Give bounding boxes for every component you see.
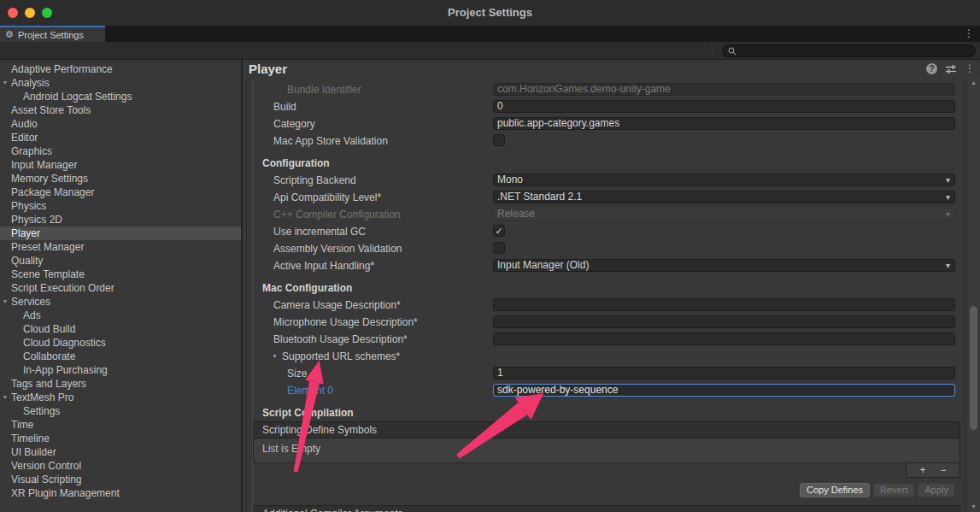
sidebar-item-timeline[interactable]: Timeline xyxy=(0,432,241,445)
sidebar-item-memory-settings[interactable]: Memory Settings xyxy=(0,172,241,185)
text-field[interactable] xyxy=(493,333,955,345)
panel-menu-icon[interactable]: ⋮ xyxy=(965,63,975,74)
sidebar-item-android-logcat-settings[interactable]: Android Logcat Settings xyxy=(0,90,241,103)
settings-row: Build0 xyxy=(243,98,966,115)
scroll-up-arrow-icon[interactable]: ▲ xyxy=(967,79,980,85)
sidebar-item-version-control[interactable]: Version Control xyxy=(0,459,241,473)
sidebar-item-label: Analysis xyxy=(11,77,50,89)
dropdown-field[interactable]: Input Manager (Old)▾ xyxy=(493,259,955,272)
dropdown-field[interactable]: Mono▾ xyxy=(493,174,955,186)
text-field[interactable] xyxy=(493,315,955,328)
sidebar-item-input-manager[interactable]: Input Manager xyxy=(0,158,241,172)
sidebar-item-label: XR Plugin Management xyxy=(11,487,120,499)
sidebar-item-settings[interactable]: Settings xyxy=(0,404,241,418)
sidebar-item-cloud-build[interactable]: Cloud Build xyxy=(0,322,241,336)
text-field-value: public.app-category.games xyxy=(497,117,619,129)
sidebar-item-editor[interactable]: Editor xyxy=(0,131,241,144)
sidebar-item-physics[interactable]: Physics xyxy=(0,199,241,213)
text-field[interactable]: sdk-powered-by-sequence xyxy=(493,384,955,397)
field-label: Use incremental GC xyxy=(273,226,366,238)
field-label: Build xyxy=(273,101,296,113)
search-box[interactable] xyxy=(722,44,976,57)
field-label: Bluetooth Usage Description* xyxy=(273,333,408,345)
sidebar-item-visual-scripting[interactable]: Visual Scripting xyxy=(0,473,241,486)
sidebar-item-analysis[interactable]: ▼Analysis xyxy=(0,76,241,90)
checkbox[interactable] xyxy=(493,134,505,146)
search-input[interactable] xyxy=(736,46,962,56)
text-field[interactable]: 1 xyxy=(493,367,955,380)
settings-row: Use incremental GC✓ xyxy=(243,223,966,240)
text-field[interactable]: 0 xyxy=(493,100,955,113)
sidebar-item-script-execution-order[interactable]: Script Execution Order xyxy=(0,281,241,295)
dropdown-value: Mono xyxy=(497,174,523,185)
sidebar-item-label: Input Manager xyxy=(11,159,77,171)
sidebar-item-ui-builder[interactable]: UI Builder xyxy=(0,445,241,459)
sidebar-item-physics-2d[interactable]: Physics 2D xyxy=(0,213,241,227)
sidebar-item-collaborate[interactable]: Collaborate xyxy=(0,350,241,363)
dropdown-field[interactable]: .NET Standard 2.1▾ xyxy=(493,191,955,203)
text-field[interactable] xyxy=(493,298,955,311)
sidebar-item-label: Visual Scripting xyxy=(11,474,82,486)
sidebar-item-asset-store-tools[interactable]: Asset Store Tools xyxy=(0,103,241,117)
expander-triangle-icon[interactable]: ▼ xyxy=(1,76,9,90)
sidebar-item-label: Version Control xyxy=(11,460,81,472)
list-footer: + − xyxy=(906,463,960,478)
section-header-row: Script Compilation xyxy=(243,404,966,421)
field-label: Bundle Identifier xyxy=(287,84,361,96)
sidebar-item-in-app-purchasing[interactable]: In-App Purchasing xyxy=(0,363,241,377)
settings-row: Categorypublic.app-category.games xyxy=(243,115,966,132)
checkbox[interactable]: ✓ xyxy=(493,225,505,237)
presets-icon[interactable] xyxy=(945,64,957,74)
scrollbar-thumb[interactable] xyxy=(970,306,977,430)
dropdown-value: Input Manager (Old) xyxy=(497,259,589,271)
sidebar-item-time[interactable]: Time xyxy=(0,418,241,432)
help-icon[interactable]: ? xyxy=(926,63,937,74)
dropdown-value: .NET Standard 2.1 xyxy=(497,191,582,203)
add-item-button[interactable]: + xyxy=(919,465,925,476)
sidebar-item-xr-plugin-management[interactable]: XR Plugin Management xyxy=(0,486,241,500)
revert-button: Revert xyxy=(873,483,914,497)
chevron-down-icon: ▾ xyxy=(946,260,950,271)
sidebar-item-label: Asset Store Tools xyxy=(11,104,91,116)
foldout-triangle-icon[interactable]: ▼ xyxy=(272,353,278,359)
sidebar-item-quality[interactable]: Quality xyxy=(0,254,241,268)
sidebar-item-services[interactable]: ▼Services xyxy=(0,295,241,309)
sidebar-item-player[interactable]: Player xyxy=(0,227,241,240)
sidebar-item-graphics[interactable]: Graphics xyxy=(0,144,241,158)
sidebar-item-label: Tags and Layers xyxy=(11,378,86,390)
section-label: Script Compilation xyxy=(262,407,354,419)
sidebar-item-label: Services xyxy=(11,296,50,308)
tab-bar-menu-icon[interactable]: ⋮ xyxy=(964,27,974,39)
field-label: Microphone Usage Description* xyxy=(273,316,418,328)
sidebar-item-preset-manager[interactable]: Preset Manager xyxy=(0,240,241,254)
checkbox[interactable] xyxy=(493,242,505,254)
sidebar-item-adaptive-performance[interactable]: Adaptive Performance xyxy=(0,62,241,76)
scroll-down-arrow-icon[interactable]: ▼ xyxy=(967,503,980,509)
remove-item-button[interactable]: − xyxy=(941,465,947,476)
sidebar-item-ads[interactable]: Ads xyxy=(0,309,241,322)
settings-row: Bluetooth Usage Description* xyxy=(243,331,966,348)
chevron-down-icon: ▾ xyxy=(946,191,950,203)
text-field-value: com.HorizonGames.demo-unity-game xyxy=(497,83,671,95)
window-title: Project Settings xyxy=(0,6,980,19)
sidebar-item-package-manager[interactable]: Package Manager xyxy=(0,185,241,199)
tab-project-settings[interactable]: ⚙ Project Settings xyxy=(0,26,105,42)
settings-row: C++ Compiler ConfigurationRelease▾ xyxy=(243,206,966,223)
sidebar-item-cloud-diagnostics[interactable]: Cloud Diagnostics xyxy=(0,336,241,350)
foldout-label[interactable]: Supported URL schemes* xyxy=(282,350,400,362)
field-label: Assembly Version Validation xyxy=(273,243,402,255)
text-field-value: sdk-powered-by-sequence xyxy=(497,384,618,396)
sidebar-item-audio[interactable]: Audio xyxy=(0,117,241,131)
sidebar-item-label: Script Execution Order xyxy=(11,282,114,294)
sidebar-item-textmesh-pro[interactable]: ▼TextMesh Pro xyxy=(0,391,241,404)
sidebar-item-label: Physics xyxy=(11,200,46,212)
expander-triangle-icon[interactable]: ▼ xyxy=(1,295,9,309)
settings-row: Camera Usage Description* xyxy=(243,297,966,314)
copy-defines-button[interactable]: Copy Defines xyxy=(800,483,870,497)
expander-triangle-icon[interactable]: ▼ xyxy=(1,391,9,404)
sidebar-item-label: Graphics xyxy=(11,145,52,157)
text-field[interactable]: public.app-category.games xyxy=(493,117,955,130)
sidebar-item-scene-template[interactable]: Scene Template xyxy=(0,268,241,281)
sidebar-item-tags-and-layers[interactable]: Tags and Layers xyxy=(0,377,241,391)
field-label: C++ Compiler Configuration xyxy=(273,209,401,221)
